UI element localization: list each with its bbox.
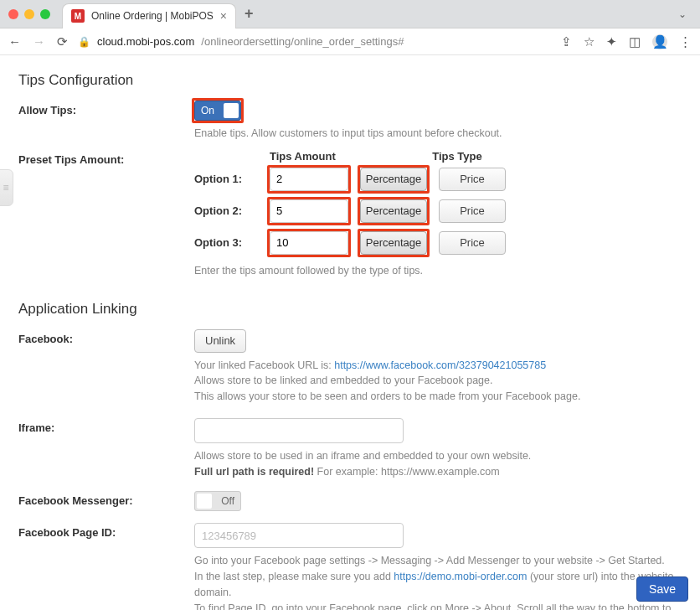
toggle-knob-icon bbox=[197, 494, 212, 509]
tabs-dropdown-icon[interactable]: ⌄ bbox=[673, 8, 692, 20]
allow-tips-label: Allow Tips: bbox=[18, 101, 194, 116]
tips-amount-header: Tips Amount bbox=[270, 150, 360, 163]
page-id-help-line1: Go into your Facebook page settings -> M… bbox=[194, 555, 665, 566]
tips-option-label: Option 1: bbox=[194, 173, 258, 185]
menu-icon[interactable]: ⋮ bbox=[679, 34, 692, 49]
facebook-label: Facebook: bbox=[18, 329, 194, 345]
tips-type-header: Tips Type bbox=[385, 150, 529, 163]
page-id-help-link[interactable]: https://demo.mobi-order.com bbox=[394, 571, 527, 582]
tips-option-row: Option 2: Percentage Price bbox=[194, 199, 682, 223]
iframe-input[interactable] bbox=[194, 418, 404, 443]
toggle-off-text: Off bbox=[221, 495, 234, 507]
close-tab-icon[interactable]: × bbox=[220, 9, 227, 23]
tips-option-row: Option 1: Percentage Price bbox=[194, 168, 682, 191]
page-id-input[interactable] bbox=[194, 523, 404, 548]
browser-tab[interactable]: M Online Ordering | MobiPOS × bbox=[62, 3, 236, 28]
iframe-label: Iframe: bbox=[18, 418, 194, 434]
allow-tips-toggle[interactable]: On bbox=[194, 101, 241, 121]
allow-tips-help: Enable tips. Allow customers to input ti… bbox=[194, 126, 682, 142]
browser-tabstrip: M Online Ordering | MobiPOS × + ⌄ bbox=[0, 0, 700, 28]
tips-option-row: Option 3: Percentage Price bbox=[194, 231, 682, 255]
page-id-help-line2-pre: In the last step, please make sure you a… bbox=[194, 571, 394, 582]
facebook-help: Your linked Facebook URL is: https://www… bbox=[194, 358, 682, 405]
lock-icon: 🔒 bbox=[78, 36, 90, 48]
window-controls bbox=[8, 9, 50, 19]
back-icon[interactable]: ← bbox=[8, 35, 21, 48]
preset-tips-help: Enter the tips amount followed by the ty… bbox=[194, 263, 682, 279]
profile-icon[interactable]: 👤 bbox=[652, 34, 667, 49]
bookmark-icon[interactable]: ☆ bbox=[584, 34, 594, 49]
iframe-help-bold: Full url path is required! bbox=[194, 466, 314, 478]
iframe-help: Allows store to be used in an iframe and… bbox=[194, 448, 682, 480]
iframe-help-line1: Allows store to be used in an iframe and… bbox=[194, 450, 531, 462]
section-tips-header: Tips Configuration bbox=[18, 72, 682, 89]
browser-toolbar: ← → ⟳ 🔒 cloud.mobi-pos.com/onlineorderse… bbox=[0, 28, 700, 55]
sidebar-toggle[interactable]: ≡ bbox=[0, 169, 13, 206]
tips-type-price-3[interactable]: Price bbox=[439, 231, 506, 255]
close-window-icon[interactable] bbox=[8, 9, 18, 19]
tips-amount-input-2[interactable] bbox=[270, 199, 348, 223]
panel-icon[interactable]: ◫ bbox=[629, 34, 641, 49]
favicon-icon: M bbox=[71, 9, 85, 23]
tips-option-label: Option 2: bbox=[194, 204, 258, 217]
messenger-toggle[interactable]: Off bbox=[194, 491, 241, 511]
url-host: cloud.mobi-pos.com bbox=[97, 35, 194, 48]
tips-option-label: Option 3: bbox=[194, 236, 258, 249]
preset-tips-label: Preset Tips Amount: bbox=[18, 150, 194, 166]
tips-amount-input-1[interactable] bbox=[270, 168, 348, 191]
page-content: ≡ Tips Configuration Allow Tips: On Enab… bbox=[0, 55, 700, 610]
facebook-link[interactable]: https://www.facebook.com/323790421055785 bbox=[334, 359, 546, 371]
section-linking-header: Application Linking bbox=[18, 301, 682, 318]
maximize-window-icon[interactable] bbox=[40, 9, 50, 19]
tips-type-price-2[interactable]: Price bbox=[439, 199, 506, 223]
iframe-help-rest: For example: https://www.example.com bbox=[314, 466, 500, 478]
tips-type-price-1[interactable]: Price bbox=[439, 168, 506, 191]
facebook-help-line2: Allows store to be linked and embedded t… bbox=[194, 375, 492, 386]
toggle-on-text: On bbox=[201, 105, 214, 116]
extensions-icon[interactable]: ✦ bbox=[606, 34, 617, 49]
tips-type-percentage-3[interactable]: Percentage bbox=[360, 231, 427, 255]
address-bar[interactable]: 🔒 cloud.mobi-pos.com/onlineordersetting/… bbox=[78, 35, 480, 48]
page-id-help: Go into your Facebook page settings -> M… bbox=[194, 553, 682, 610]
tips-amount-input-3[interactable] bbox=[270, 231, 348, 255]
facebook-help-line3: This allows your store to be seen and or… bbox=[194, 390, 580, 402]
new-tab-button[interactable]: + bbox=[244, 5, 254, 23]
tips-type-percentage-2[interactable]: Percentage bbox=[360, 199, 427, 223]
tips-type-percentage-1[interactable]: Percentage bbox=[360, 168, 427, 191]
page-id-help-line3: To find Page ID, go into your Facebook p… bbox=[194, 602, 671, 611]
forward-icon: → bbox=[33, 35, 45, 48]
facebook-help-pre: Your linked Facebook URL is: bbox=[194, 359, 334, 371]
tab-title: Online Ordering | MobiPOS bbox=[91, 10, 214, 22]
save-button[interactable]: Save bbox=[636, 576, 688, 602]
unlink-button[interactable]: Unlink bbox=[194, 329, 246, 353]
url-path: /onlineordersetting/online_order_setting… bbox=[201, 35, 404, 48]
messenger-label: Facebook Messenger: bbox=[18, 491, 194, 507]
share-icon[interactable]: ⇪ bbox=[561, 34, 572, 49]
page-id-label: Facebook Page ID: bbox=[18, 523, 194, 539]
toggle-knob-icon bbox=[224, 103, 239, 118]
minimize-window-icon[interactable] bbox=[24, 9, 34, 19]
reload-icon[interactable]: ⟳ bbox=[57, 35, 68, 48]
